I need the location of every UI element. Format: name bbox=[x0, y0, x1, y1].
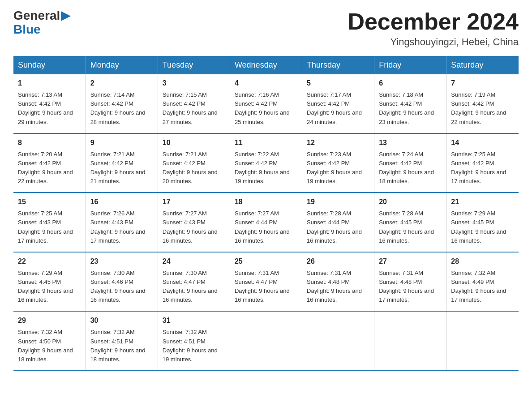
weekday-header-row: SundayMondayTuesdayWednesdayThursdayFrid… bbox=[13, 56, 519, 74]
week-row-5: 29Sunrise: 7:32 AMSunset: 4:50 PMDayligh… bbox=[13, 311, 519, 371]
logo: General Blue bbox=[13, 9, 71, 37]
month-title: December 2024 bbox=[348, 9, 519, 34]
week-row-2: 8Sunrise: 7:20 AMSunset: 4:42 PMDaylight… bbox=[13, 133, 519, 193]
day-info: Sunrise: 7:31 AMSunset: 4:48 PMDaylight:… bbox=[379, 269, 442, 305]
day-info: Sunrise: 7:32 AMSunset: 4:51 PMDaylight:… bbox=[90, 328, 153, 364]
weekday-header-tuesday: Tuesday bbox=[158, 56, 230, 74]
day-info: Sunrise: 7:28 AMSunset: 4:45 PMDaylight:… bbox=[379, 209, 442, 245]
day-cell: 22Sunrise: 7:29 AMSunset: 4:45 PMDayligh… bbox=[13, 252, 86, 312]
day-number: 28 bbox=[451, 256, 514, 267]
day-number: 16 bbox=[90, 197, 153, 207]
day-cell bbox=[446, 311, 519, 371]
day-info: Sunrise: 7:23 AMSunset: 4:42 PMDaylight:… bbox=[307, 150, 369, 186]
day-info: Sunrise: 7:16 AMSunset: 4:42 PMDaylight:… bbox=[235, 90, 297, 127]
day-cell: 4Sunrise: 7:16 AMSunset: 4:42 PMDaylight… bbox=[230, 74, 302, 133]
day-cell: 11Sunrise: 7:22 AMSunset: 4:42 PMDayligh… bbox=[230, 133, 302, 193]
day-number: 20 bbox=[379, 197, 442, 207]
day-info: Sunrise: 7:22 AMSunset: 4:42 PMDaylight:… bbox=[235, 150, 297, 186]
day-info: Sunrise: 7:15 AMSunset: 4:42 PMDaylight:… bbox=[163, 90, 225, 127]
logo-blue: Blue bbox=[13, 23, 41, 37]
day-cell: 8Sunrise: 7:20 AMSunset: 4:42 PMDaylight… bbox=[13, 133, 86, 193]
day-info: Sunrise: 7:30 AMSunset: 4:47 PMDaylight:… bbox=[163, 269, 225, 305]
day-number: 6 bbox=[379, 78, 442, 89]
day-number: 31 bbox=[163, 315, 225, 326]
day-cell: 6Sunrise: 7:18 AMSunset: 4:42 PMDaylight… bbox=[374, 74, 446, 133]
day-number: 30 bbox=[90, 315, 153, 326]
day-number: 25 bbox=[235, 256, 297, 267]
title-block: December 2024 Yingshouyingzi, Hebei, Chi… bbox=[348, 9, 519, 48]
day-number: 2 bbox=[90, 78, 153, 89]
day-cell: 30Sunrise: 7:32 AMSunset: 4:51 PMDayligh… bbox=[86, 311, 158, 371]
day-info: Sunrise: 7:18 AMSunset: 4:42 PMDaylight:… bbox=[379, 90, 442, 127]
weekday-header-wednesday: Wednesday bbox=[230, 56, 302, 74]
day-info: Sunrise: 7:27 AMSunset: 4:44 PMDaylight:… bbox=[235, 209, 297, 245]
day-info: Sunrise: 7:25 AMSunset: 4:42 PMDaylight:… bbox=[451, 150, 514, 186]
day-number: 9 bbox=[90, 137, 153, 148]
day-info: Sunrise: 7:20 AMSunset: 4:42 PMDaylight:… bbox=[18, 150, 81, 186]
day-number: 10 bbox=[163, 137, 225, 148]
day-number: 8 bbox=[18, 137, 81, 148]
day-info: Sunrise: 7:29 AMSunset: 4:45 PMDaylight:… bbox=[18, 269, 81, 305]
week-row-4: 22Sunrise: 7:29 AMSunset: 4:45 PMDayligh… bbox=[13, 252, 519, 312]
day-info: Sunrise: 7:27 AMSunset: 4:43 PMDaylight:… bbox=[163, 209, 225, 245]
day-info: Sunrise: 7:32 AMSunset: 4:50 PMDaylight:… bbox=[18, 328, 81, 364]
day-number: 22 bbox=[18, 256, 81, 267]
day-info: Sunrise: 7:28 AMSunset: 4:44 PMDaylight:… bbox=[307, 209, 369, 245]
day-cell: 27Sunrise: 7:31 AMSunset: 4:48 PMDayligh… bbox=[374, 252, 446, 312]
day-cell: 9Sunrise: 7:21 AMSunset: 4:42 PMDaylight… bbox=[86, 133, 158, 193]
day-cell: 1Sunrise: 7:13 AMSunset: 4:42 PMDaylight… bbox=[13, 74, 86, 133]
day-number: 21 bbox=[451, 197, 514, 207]
day-number: 1 bbox=[18, 78, 81, 89]
day-number: 26 bbox=[307, 256, 369, 267]
day-number: 24 bbox=[163, 256, 225, 267]
day-info: Sunrise: 7:21 AMSunset: 4:42 PMDaylight:… bbox=[90, 150, 153, 186]
day-cell: 21Sunrise: 7:29 AMSunset: 4:45 PMDayligh… bbox=[446, 193, 519, 252]
day-number: 23 bbox=[90, 256, 153, 267]
day-number: 4 bbox=[235, 78, 297, 89]
day-number: 5 bbox=[307, 78, 369, 89]
day-number: 7 bbox=[451, 78, 514, 89]
logo-arrow-icon bbox=[61, 11, 71, 21]
day-info: Sunrise: 7:32 AMSunset: 4:49 PMDaylight:… bbox=[451, 269, 514, 305]
day-info: Sunrise: 7:19 AMSunset: 4:42 PMDaylight:… bbox=[451, 90, 514, 127]
day-info: Sunrise: 7:24 AMSunset: 4:42 PMDaylight:… bbox=[379, 150, 442, 186]
day-number: 17 bbox=[163, 197, 225, 207]
day-cell: 25Sunrise: 7:31 AMSunset: 4:47 PMDayligh… bbox=[230, 252, 302, 312]
day-cell: 26Sunrise: 7:31 AMSunset: 4:48 PMDayligh… bbox=[302, 252, 374, 312]
location-title: Yingshouyingzi, Hebei, China bbox=[348, 36, 519, 48]
weekday-header-saturday: Saturday bbox=[446, 56, 519, 74]
day-cell bbox=[302, 311, 374, 371]
logo-general: General bbox=[13, 9, 60, 23]
day-info: Sunrise: 7:32 AMSunset: 4:51 PMDaylight:… bbox=[163, 328, 225, 364]
day-number: 15 bbox=[18, 197, 81, 207]
day-info: Sunrise: 7:30 AMSunset: 4:46 PMDaylight:… bbox=[90, 269, 153, 305]
weekday-header-friday: Friday bbox=[374, 56, 446, 74]
weekday-header-sunday: Sunday bbox=[13, 56, 86, 74]
day-cell: 19Sunrise: 7:28 AMSunset: 4:44 PMDayligh… bbox=[302, 193, 374, 252]
weekday-header-thursday: Thursday bbox=[302, 56, 374, 74]
page-header: General Blue December 2024 Yingshouyingz… bbox=[13, 9, 519, 48]
day-info: Sunrise: 7:14 AMSunset: 4:42 PMDaylight:… bbox=[90, 90, 153, 127]
day-info: Sunrise: 7:29 AMSunset: 4:45 PMDaylight:… bbox=[451, 209, 514, 245]
day-info: Sunrise: 7:25 AMSunset: 4:43 PMDaylight:… bbox=[18, 209, 81, 245]
day-number: 3 bbox=[163, 78, 225, 89]
calendar-table: SundayMondayTuesdayWednesdayThursdayFrid… bbox=[13, 56, 519, 371]
day-number: 11 bbox=[235, 137, 297, 148]
svg-marker-0 bbox=[61, 11, 71, 21]
day-cell bbox=[230, 311, 302, 371]
day-cell: 7Sunrise: 7:19 AMSunset: 4:42 PMDaylight… bbox=[446, 74, 519, 133]
week-row-1: 1Sunrise: 7:13 AMSunset: 4:42 PMDaylight… bbox=[13, 74, 519, 133]
day-number: 19 bbox=[307, 197, 369, 207]
week-row-3: 15Sunrise: 7:25 AMSunset: 4:43 PMDayligh… bbox=[13, 193, 519, 252]
day-info: Sunrise: 7:31 AMSunset: 4:47 PMDaylight:… bbox=[235, 269, 297, 305]
day-cell: 23Sunrise: 7:30 AMSunset: 4:46 PMDayligh… bbox=[86, 252, 158, 312]
day-number: 13 bbox=[379, 137, 442, 148]
day-cell: 17Sunrise: 7:27 AMSunset: 4:43 PMDayligh… bbox=[158, 193, 230, 252]
day-cell: 14Sunrise: 7:25 AMSunset: 4:42 PMDayligh… bbox=[446, 133, 519, 193]
day-cell: 5Sunrise: 7:17 AMSunset: 4:42 PMDaylight… bbox=[302, 74, 374, 133]
day-cell: 3Sunrise: 7:15 AMSunset: 4:42 PMDaylight… bbox=[158, 74, 230, 133]
day-info: Sunrise: 7:31 AMSunset: 4:48 PMDaylight:… bbox=[307, 269, 369, 305]
day-cell: 29Sunrise: 7:32 AMSunset: 4:50 PMDayligh… bbox=[13, 311, 86, 371]
day-number: 29 bbox=[18, 315, 81, 326]
day-info: Sunrise: 7:21 AMSunset: 4:42 PMDaylight:… bbox=[163, 150, 225, 186]
